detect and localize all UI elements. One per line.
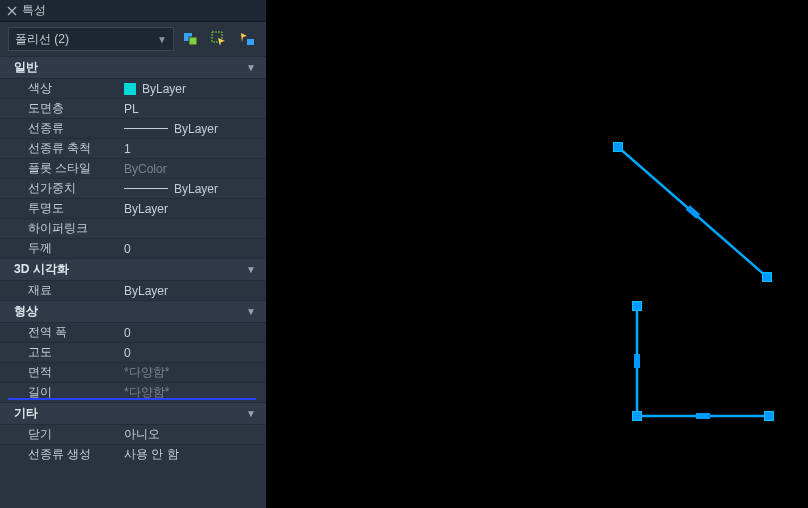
property-value[interactable]: 0 <box>124 242 266 256</box>
property-sections: 일반▼색상ByLayer도면층PL선종류ByLayer선종류 축척1플롯 스타일… <box>0 56 266 464</box>
panel-titlebar: 특성 <box>0 0 266 22</box>
property-label: 플롯 스타일 <box>28 160 124 177</box>
property-label: 두께 <box>28 240 124 257</box>
section-title: 일반 <box>14 59 38 76</box>
grip-endpoint[interactable] <box>762 272 772 282</box>
section-title: 3D 시각화 <box>14 261 69 278</box>
property-value[interactable]: ByLayer <box>124 284 266 298</box>
property-value[interactable]: 1 <box>124 142 266 156</box>
object-type-value: 폴리선 (2) <box>15 31 69 48</box>
grip-midpoint[interactable] <box>634 354 640 368</box>
section-header-misc[interactable]: 기타▼ <box>0 402 266 424</box>
collapse-icon: ▼ <box>246 408 256 419</box>
property-value[interactable]: ByLayer <box>124 82 266 96</box>
property-row-lweight[interactable]: 선가중치ByLayer <box>0 178 266 198</box>
close-icon[interactable] <box>6 5 18 17</box>
svg-rect-1 <box>189 37 197 45</box>
color-swatch <box>124 83 136 95</box>
property-row-elev[interactable]: 고도0 <box>0 342 266 362</box>
section-header-general[interactable]: 일반▼ <box>0 56 266 78</box>
section-header-viz3d[interactable]: 3D 시각화▼ <box>0 258 266 280</box>
property-row-plot[interactable]: 플롯 스타일ByColor <box>0 158 266 178</box>
object-type-dropdown[interactable]: 폴리선 (2) ▼ <box>8 27 174 51</box>
property-row-ltype[interactable]: 선종류ByLayer <box>0 118 266 138</box>
property-row-color[interactable]: 색상ByLayer <box>0 78 266 98</box>
toggle-value-icon[interactable] <box>236 28 258 50</box>
property-row-area[interactable]: 면적*다양함* <box>0 362 266 382</box>
grip-endpoint[interactable] <box>764 411 774 421</box>
property-value[interactable]: ByColor <box>124 162 266 176</box>
property-value[interactable]: *다양함* <box>124 364 266 381</box>
property-label: 재료 <box>28 282 124 299</box>
property-label: 선종류 축척 <box>28 140 124 157</box>
property-label: 투명도 <box>28 200 124 217</box>
svg-rect-3 <box>247 39 254 45</box>
property-label: 선종류 <box>28 120 124 137</box>
annotation-underline <box>8 398 256 400</box>
property-label: 색상 <box>28 80 124 97</box>
grip-endpoint[interactable] <box>632 301 642 311</box>
property-row-ltgen[interactable]: 선종류 생성사용 안 함 <box>0 444 266 464</box>
collapse-icon: ▼ <box>246 306 256 317</box>
property-label: 고도 <box>28 344 124 361</box>
section-title: 기타 <box>14 405 38 422</box>
property-row-mat[interactable]: 재료ByLayer <box>0 280 266 300</box>
property-value[interactable]: 0 <box>124 346 266 360</box>
property-value[interactable]: 아니오 <box>124 426 266 443</box>
property-label: 하이퍼링크 <box>28 220 124 237</box>
collapse-icon: ▼ <box>246 62 256 73</box>
properties-panel: 특성 폴리선 (2) ▼ 일반▼색상ByLayer도면층PL선종류ByLayer… <box>0 0 266 508</box>
property-label: 선종류 생성 <box>28 446 124 463</box>
panel-title: 특성 <box>22 2 46 19</box>
section-header-geom[interactable]: 형상▼ <box>0 300 266 322</box>
chevron-down-icon: ▼ <box>157 34 167 45</box>
grip-endpoint[interactable] <box>632 411 642 421</box>
property-value[interactable]: ByLayer <box>124 202 266 216</box>
property-row-thick[interactable]: 두께0 <box>0 238 266 258</box>
section-title: 형상 <box>14 303 38 320</box>
property-label: 선가중치 <box>28 180 124 197</box>
property-value[interactable]: 사용 안 함 <box>124 446 266 463</box>
property-row-closed[interactable]: 닫기아니오 <box>0 424 266 444</box>
property-label: 닫기 <box>28 426 124 443</box>
property-value[interactable]: 0 <box>124 326 266 340</box>
property-row-transp[interactable]: 투명도ByLayer <box>0 198 266 218</box>
drawing-viewport[interactable] <box>266 0 808 508</box>
collapse-icon: ▼ <box>246 264 256 275</box>
grip-midpoint[interactable] <box>696 413 710 419</box>
property-row-hyper[interactable]: 하이퍼링크 <box>0 218 266 238</box>
property-row-ltscale[interactable]: 선종류 축척1 <box>0 138 266 158</box>
grip-endpoint[interactable] <box>613 142 623 152</box>
pip-icon[interactable] <box>180 28 202 50</box>
drawing-canvas <box>266 0 808 508</box>
property-value[interactable]: ByLayer <box>124 182 266 196</box>
property-value[interactable]: ByLayer <box>124 122 266 136</box>
property-row-layer[interactable]: 도면층PL <box>0 98 266 118</box>
panel-toolbar: 폴리선 (2) ▼ <box>0 22 266 56</box>
property-label: 면적 <box>28 364 124 381</box>
quick-select-icon[interactable] <box>208 28 230 50</box>
property-value[interactable]: PL <box>124 102 266 116</box>
property-label: 도면층 <box>28 100 124 117</box>
property-row-gwidth[interactable]: 전역 폭0 <box>0 322 266 342</box>
property-label: 전역 폭 <box>28 324 124 341</box>
polyline[interactable] <box>637 306 769 416</box>
